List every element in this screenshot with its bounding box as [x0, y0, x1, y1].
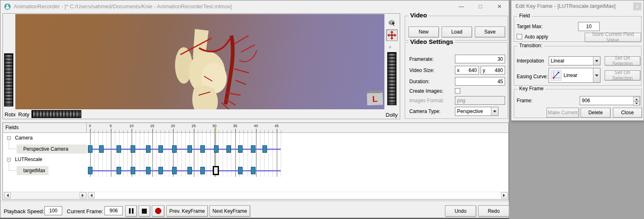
make-current-button[interactable]: Make Current: [547, 108, 579, 118]
keyframe[interactable]: [187, 167, 192, 174]
collapse-icon[interactable]: −: [7, 136, 11, 140]
record-button[interactable]: [152, 205, 164, 217]
record-icon: [155, 208, 161, 214]
keyframe[interactable]: [172, 167, 177, 174]
playback-speed-input[interactable]: 100: [44, 206, 62, 215]
x-value: 640: [469, 67, 477, 73]
framerate-label: Framerate:: [409, 56, 434, 62]
keyframe-selected[interactable]: [213, 166, 219, 175]
duration-input[interactable]: 45: [455, 77, 505, 86]
linear-curve-icon: [551, 70, 561, 81]
keyframe[interactable]: [214, 145, 219, 153]
target-max-input[interactable]: 10: [578, 22, 600, 31]
create-images-checkbox[interactable]: [455, 88, 460, 94]
keyframe[interactable]: [99, 145, 104, 153]
ruler-tick: [190, 130, 190, 132]
camera-type-value: Perspective: [457, 108, 483, 114]
keyframe-track[interactable]: [87, 165, 508, 176]
undo-button[interactable]: Undo: [445, 205, 476, 217]
timeline-ruler[interactable]: 051015202530354045: [87, 123, 508, 133]
left-rotation-thumbwheel[interactable]: [4, 53, 13, 106]
close-dialog-button[interactable]: Close: [613, 108, 642, 118]
keyframe[interactable]: [172, 145, 177, 153]
keyframe[interactable]: [146, 145, 151, 153]
keyframe[interactable]: [117, 167, 121, 174]
keyframe[interactable]: [131, 167, 135, 174]
keyframe[interactable]: [200, 167, 205, 174]
keyframe-track[interactable]: [87, 144, 508, 154]
prev-keyframe-button[interactable]: Prev. KeyFrame: [166, 205, 208, 217]
track-row-targetmax[interactable]: targetMax: [3, 165, 508, 176]
track-group-row-camera[interactable]: − Camera: [3, 133, 508, 144]
fields-scrollbar[interactable]: [4, 192, 87, 199]
keyframe[interactable]: [262, 145, 267, 153]
ruler-tick: [152, 129, 153, 132]
current-frame-input[interactable]: 906: [104, 206, 123, 215]
keyframe[interactable]: [131, 145, 135, 153]
stop-button[interactable]: [139, 205, 150, 217]
set-on-selection-button[interactable]: Set On Selection: [605, 56, 640, 65]
group-label: Camera: [15, 135, 33, 141]
keyframe[interactable]: [251, 167, 255, 174]
chevron-down-icon[interactable]: [593, 68, 600, 82]
spin-up-icon[interactable]: [633, 97, 639, 101]
spin-down-icon[interactable]: [633, 101, 639, 106]
auto-apply-checkbox[interactable]: [517, 34, 522, 39]
track-group-row-lutrescale[interactable]: − LUTRescale: [3, 154, 508, 165]
keyframe[interactable]: [238, 145, 243, 153]
video-size-y-input[interactable]: y 480: [481, 66, 505, 75]
keyframe[interactable]: [238, 167, 243, 174]
close-icon[interactable]: x: [633, 2, 642, 10]
maximize-button[interactable]: □: [471, 0, 490, 13]
keyframe[interactable]: [200, 145, 205, 153]
spin-buttons[interactable]: [633, 97, 639, 104]
keyframe[interactable]: [117, 145, 121, 153]
minimize-button[interactable]: —: [452, 0, 471, 13]
main-titlebar[interactable]: AnimationRecorder - [* C:/Users/sahmed/D…: [0, 0, 509, 13]
video-size-x-input[interactable]: x 640: [455, 66, 479, 75]
keyframe[interactable]: [187, 145, 192, 153]
timeline-scrollbar[interactable]: [87, 192, 508, 199]
redo-button[interactable]: Redo: [478, 205, 509, 217]
store-current-field-value-button[interactable]: Store Current Field Value: [585, 33, 641, 42]
collapse-icon[interactable]: −: [7, 158, 11, 161]
close-button[interactable]: ✕: [490, 0, 509, 13]
set-on-selection-button-2[interactable]: Set On Selection: [605, 70, 640, 80]
scroll-left-icon[interactable]: [88, 192, 95, 198]
ruler-tick: [194, 129, 194, 132]
scroll-right-icon[interactable]: [80, 192, 86, 198]
dolly-thumbwheel[interactable]: [387, 52, 396, 105]
keyframe[interactable]: [158, 145, 163, 153]
viewport-3d-view[interactable]: L: [15, 14, 384, 109]
keyframe[interactable]: [146, 167, 151, 174]
keyframe[interactable]: [226, 145, 231, 153]
easing-curve-dropdown[interactable]: Linear: [549, 68, 600, 83]
frame-spinbox[interactable]: 906: [580, 96, 640, 105]
chevron-down-icon[interactable]: [491, 107, 498, 116]
save-button[interactable]: Save: [475, 26, 505, 37]
examine-tool-button[interactable]: [386, 17, 398, 29]
ruler-tick: [227, 130, 227, 132]
ruler-tick: [144, 130, 144, 132]
pause-button[interactable]: [125, 205, 137, 217]
keyframe[interactable]: [88, 145, 92, 153]
track-row-perspective-camera[interactable]: Perspective Camera: [3, 144, 508, 154]
pan-tool-button[interactable]: [386, 29, 398, 41]
chevron-down-icon[interactable]: [593, 57, 600, 65]
keyframe[interactable]: [158, 167, 163, 174]
framerate-input[interactable]: 30: [455, 55, 505, 63]
scroll-right-icon[interactable]: [501, 192, 508, 198]
load-button[interactable]: Load: [442, 26, 472, 37]
keyframe[interactable]: [251, 145, 255, 153]
camera-type-dropdown[interactable]: Perspective: [455, 107, 498, 116]
delete-button[interactable]: Delete: [581, 108, 610, 118]
more-tools-chevron-icon[interactable]: «: [387, 46, 393, 49]
interpolation-dropdown[interactable]: Linear: [549, 56, 600, 65]
next-keyframe-button[interactable]: Next KeyFrame: [209, 205, 250, 217]
scroll-left-icon[interactable]: [4, 192, 11, 198]
keyframe[interactable]: [88, 167, 92, 174]
rot-thumbwheel[interactable]: [32, 110, 81, 118]
ruler-tick: [243, 130, 244, 132]
new-button[interactable]: New: [408, 26, 439, 37]
main-window: AnimationRecorder - [* C:/Users/sahmed/D…: [0, 0, 509, 219]
